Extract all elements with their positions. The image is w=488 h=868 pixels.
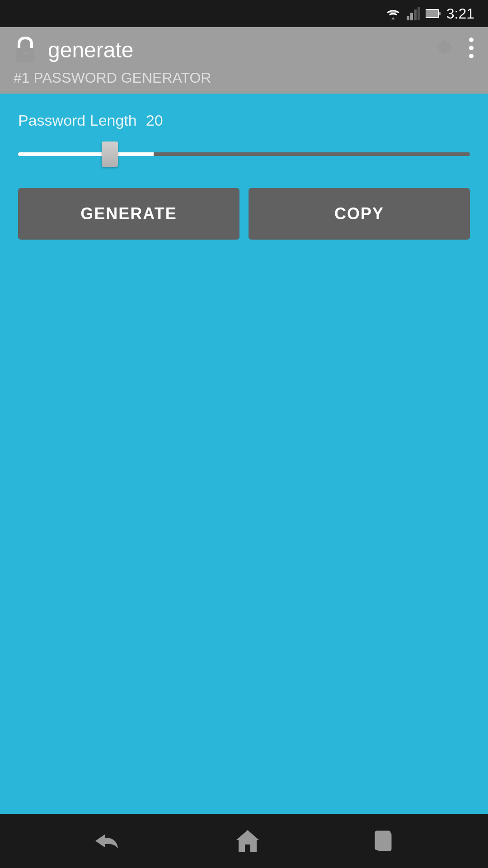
- signal-icon: [407, 7, 420, 20]
- gear-icon: [433, 37, 455, 58]
- settings-button[interactable]: [433, 37, 455, 63]
- nav-back-button[interactable]: [92, 830, 123, 852]
- svg-rect-6: [427, 10, 437, 17]
- app-bar-top: generate: [14, 36, 474, 63]
- svg-rect-1: [410, 13, 413, 20]
- app-subtitle: #1 PASSWORD GENERATOR: [14, 70, 474, 89]
- status-time: 3:21: [446, 5, 474, 22]
- back-icon: [92, 830, 123, 852]
- app-bar-left: generate: [14, 36, 134, 63]
- svg-rect-2: [414, 9, 417, 20]
- nav-bar: [0, 814, 488, 868]
- lock-icon: [14, 36, 37, 63]
- generate-button[interactable]: GENERATE: [18, 188, 239, 240]
- svg-rect-3: [418, 7, 420, 20]
- app-title: generate: [48, 38, 134, 62]
- nav-home-button[interactable]: [234, 827, 261, 854]
- password-length-label: Password Length: [18, 112, 137, 129]
- copy-button[interactable]: COPY: [249, 188, 470, 240]
- password-length-row: Password Length 20: [18, 112, 470, 129]
- home-icon: [234, 827, 261, 854]
- svg-rect-14: [378, 833, 391, 850]
- app-bar-actions: [433, 36, 474, 63]
- nav-recents-button[interactable]: [372, 829, 397, 854]
- more-options-button[interactable]: [468, 36, 474, 63]
- svg-rect-9: [24, 54, 27, 58]
- buttons-row: GENERATE COPY: [18, 188, 470, 240]
- svg-point-10: [469, 38, 474, 42]
- slider-container[interactable]: [18, 143, 470, 165]
- password-length-slider[interactable]: [18, 143, 470, 165]
- wifi-icon: [385, 7, 401, 20]
- password-length-value: 20: [146, 112, 163, 129]
- recents-icon: [372, 829, 397, 854]
- status-icons: 3:21: [385, 5, 474, 22]
- main-content: Password Length 20 GENERATE COPY: [0, 94, 488, 814]
- svg-point-11: [469, 46, 474, 50]
- more-vert-icon: [468, 36, 474, 60]
- svg-rect-0: [407, 16, 409, 20]
- app-bar: generate #1 PASSWORD GENERATOR: [0, 27, 488, 94]
- svg-point-12: [469, 54, 474, 58]
- svg-rect-5: [439, 12, 441, 15]
- battery-icon: [426, 9, 441, 19]
- status-bar: 3:21: [0, 0, 488, 27]
